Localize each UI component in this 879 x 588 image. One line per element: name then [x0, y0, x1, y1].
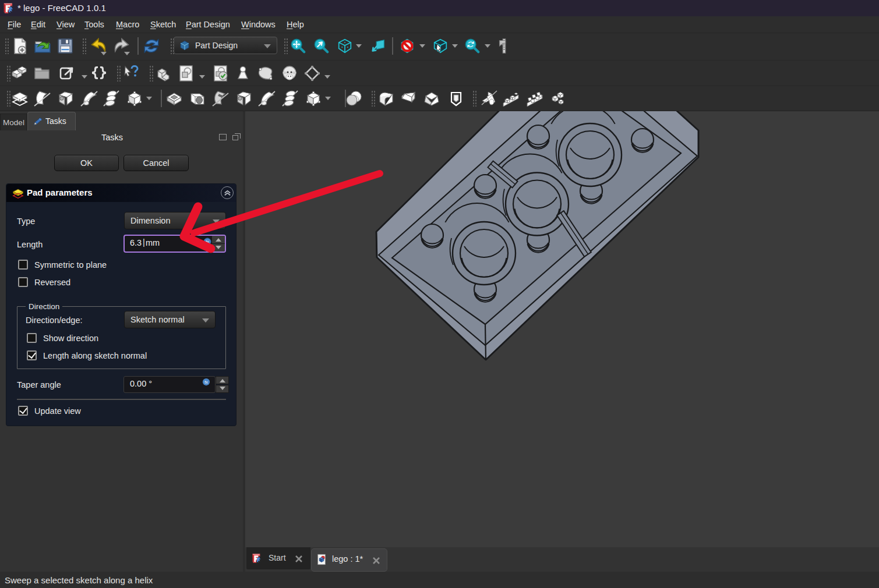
svg-text:fx: fx [204, 380, 208, 384]
svg-text:fx: fx [206, 240, 209, 244]
